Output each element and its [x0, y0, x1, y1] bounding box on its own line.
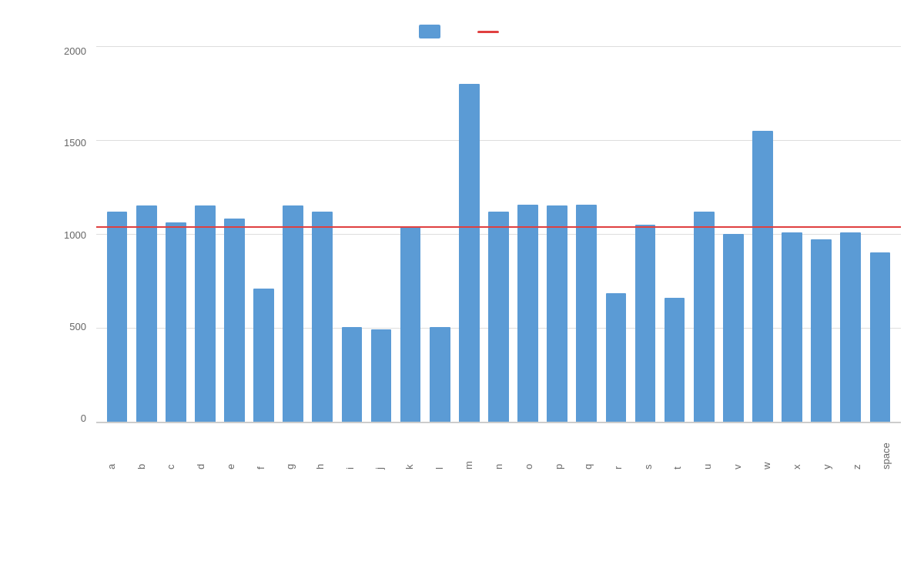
legend-item-line [477, 31, 505, 33]
bar-group-e [219, 46, 249, 422]
bar-group-i [337, 46, 367, 422]
x-label-t: t [662, 427, 692, 469]
bar-r [606, 293, 627, 422]
y-label-500: 500 [69, 322, 86, 332]
bar-group-f [249, 46, 279, 422]
bar-m [459, 84, 480, 422]
bar-group-z [836, 46, 865, 422]
bar-group-s [631, 46, 660, 422]
bar-group-u [689, 46, 718, 422]
bar-group-h [308, 46, 337, 422]
bar-group-n [484, 46, 513, 422]
bar-i [342, 327, 363, 422]
bar-group-x [778, 46, 807, 422]
bar-s [635, 225, 656, 422]
legend [419, 25, 505, 38]
bar-f [253, 289, 274, 422]
x-label-v: v [722, 427, 752, 469]
bar-z [840, 232, 861, 422]
bar-group-c [161, 46, 190, 422]
x-label-q: q [573, 427, 603, 469]
x-label-a: a [96, 427, 126, 469]
x-label-g: g [275, 427, 305, 469]
bar-group-space [865, 46, 895, 422]
bar-group-l [425, 46, 454, 422]
y-label-1500: 1500 [64, 138, 86, 148]
bar-d [195, 205, 216, 422]
bar-h [312, 212, 333, 422]
bar-w [752, 131, 773, 422]
x-label-x: x [782, 427, 812, 469]
x-label-r: r [603, 427, 633, 469]
bar-q [576, 205, 597, 422]
x-axis-labels: abcdefghijklmnopqrstuvwxyzspace [96, 427, 901, 469]
legend-item-bar [419, 25, 447, 38]
x-label-l: l [424, 427, 454, 469]
y-axis-labels: 2000 1500 1000 500 0 [54, 46, 92, 423]
x-label-z: z [842, 427, 872, 469]
plot-area [96, 46, 901, 423]
bar-p [547, 205, 567, 422]
bar-group-g [279, 46, 308, 422]
x-label-space: space [871, 427, 901, 469]
x-label-o: o [514, 427, 544, 469]
bar-t [665, 298, 685, 422]
bar-y [811, 239, 832, 422]
x-label-f: f [246, 427, 276, 469]
bar-group-k [396, 46, 425, 422]
x-label-w: w [752, 427, 782, 469]
bar-v [723, 234, 744, 422]
legend-line-icon [477, 31, 499, 33]
bar-x [782, 232, 802, 422]
y-label-2000: 2000 [64, 46, 86, 56]
x-label-n: n [484, 427, 514, 469]
bar-group-j [367, 46, 396, 422]
bar-group-q [572, 46, 601, 422]
bar-group-a [102, 46, 132, 422]
bar-group-w [748, 46, 777, 422]
x-label-k: k [394, 427, 424, 469]
bar-group-m [454, 46, 484, 422]
bar-k [400, 226, 421, 422]
bar-group-t [660, 46, 689, 422]
bar-group-r [601, 46, 631, 422]
y-label-1000: 1000 [64, 230, 86, 240]
bars-container [96, 46, 901, 422]
bar-c [166, 222, 186, 422]
bar-u [694, 212, 715, 422]
legend-bar-icon [419, 25, 440, 38]
bar-space [870, 252, 891, 422]
bar-e [224, 219, 245, 422]
x-label-p: p [544, 427, 574, 469]
x-label-d: d [186, 427, 216, 469]
bar-group-y [807, 46, 836, 422]
bar-b [136, 205, 157, 422]
bar-a [107, 212, 128, 422]
bar-group-p [543, 46, 572, 422]
bar-group-o [514, 46, 543, 422]
x-label-m: m [454, 427, 484, 469]
x-label-e: e [216, 427, 246, 469]
chart-area: 2000 1500 1000 500 0 abcdefghijklmnopqrs… [54, 46, 901, 477]
x-label-u: u [692, 427, 722, 469]
bar-o [517, 205, 538, 422]
bar-n [488, 212, 509, 422]
x-label-y: y [812, 427, 842, 469]
x-label-h: h [305, 427, 335, 469]
chart-container: 2000 1500 1000 500 0 abcdefghijklmnopqrs… [0, 0, 924, 571]
x-label-j: j [364, 427, 394, 469]
bar-group-d [190, 46, 219, 422]
x-label-c: c [156, 427, 186, 469]
average-line [96, 226, 901, 228]
x-label-i: i [335, 427, 365, 469]
x-label-s: s [633, 427, 663, 469]
x-label-b: b [126, 427, 156, 469]
bar-group-b [132, 46, 161, 422]
bar-group-v [718, 46, 748, 422]
bar-j [371, 329, 392, 422]
bar-l [430, 327, 450, 422]
y-label-0: 0 [81, 413, 86, 423]
bar-g [283, 205, 303, 422]
